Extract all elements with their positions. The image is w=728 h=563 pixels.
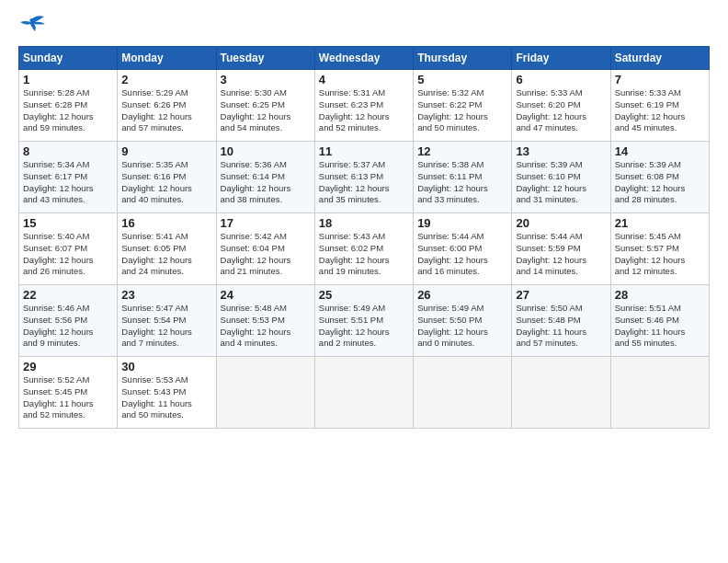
day-info: Sunrise: 5:47 AM Sunset: 5:54 PM Dayligh… — [121, 303, 211, 350]
day-info: Sunrise: 5:45 AM Sunset: 5:57 PM Dayligh… — [615, 231, 705, 278]
day-number: 2 — [121, 73, 211, 86]
day-info: Sunrise: 5:30 AM Sunset: 6:25 PM Dayligh… — [221, 87, 311, 134]
day-number: 26 — [417, 288, 507, 302]
day-info: Sunrise: 5:33 AM Sunset: 6:20 PM Dayligh… — [516, 87, 606, 134]
day-info: Sunrise: 5:39 AM Sunset: 6:08 PM Dayligh… — [615, 159, 705, 206]
day-number: 28 — [615, 288, 705, 302]
day-number: 24 — [221, 288, 311, 302]
day-info: Sunrise: 5:48 AM Sunset: 5:53 PM Dayligh… — [221, 303, 311, 350]
calendar-cell — [512, 357, 610, 429]
calendar-cell: 18Sunrise: 5:43 AM Sunset: 6:02 PM Dayli… — [314, 213, 413, 285]
calendar-cell: 29Sunrise: 5:52 AM Sunset: 5:45 PM Dayli… — [19, 357, 118, 429]
day-info: Sunrise: 5:52 AM Sunset: 5:45 PM Dayligh… — [23, 374, 113, 421]
dow-header-friday: Friday — [512, 47, 610, 70]
dow-header-monday: Monday — [118, 47, 216, 70]
calendar-cell: 27Sunrise: 5:50 AM Sunset: 5:48 PM Dayli… — [512, 285, 610, 357]
calendar-week-4: 29Sunrise: 5:52 AM Sunset: 5:45 PM Dayli… — [19, 357, 710, 429]
logo — [18, 15, 50, 37]
day-number: 4 — [319, 73, 409, 86]
calendar-cell: 11Sunrise: 5:37 AM Sunset: 6:13 PM Dayli… — [314, 142, 413, 213]
day-number: 3 — [221, 73, 311, 86]
dow-header-thursday: Thursday — [414, 47, 512, 70]
calendar-cell: 16Sunrise: 5:41 AM Sunset: 6:05 PM Dayli… — [118, 213, 216, 285]
day-number: 30 — [121, 360, 211, 373]
day-info: Sunrise: 5:31 AM Sunset: 6:23 PM Dayligh… — [319, 87, 409, 134]
calendar-cell: 22Sunrise: 5:46 AM Sunset: 5:56 PM Dayli… — [19, 285, 118, 357]
calendar-cell: 14Sunrise: 5:39 AM Sunset: 6:08 PM Dayli… — [610, 142, 709, 213]
calendar-cell: 23Sunrise: 5:47 AM Sunset: 5:54 PM Dayli… — [118, 285, 216, 357]
calendar-week-1: 8Sunrise: 5:34 AM Sunset: 6:17 PM Daylig… — [19, 142, 710, 213]
calendar-cell: 7Sunrise: 5:33 AM Sunset: 6:19 PM Daylig… — [610, 70, 709, 142]
day-number: 7 — [615, 73, 705, 86]
day-info: Sunrise: 5:50 AM Sunset: 5:48 PM Dayligh… — [516, 303, 606, 350]
dow-header-saturday: Saturday — [610, 47, 709, 70]
dow-header-wednesday: Wednesday — [314, 47, 413, 70]
calendar-cell: 26Sunrise: 5:49 AM Sunset: 5:50 PM Dayli… — [414, 285, 512, 357]
calendar-cell: 17Sunrise: 5:42 AM Sunset: 6:04 PM Dayli… — [216, 213, 314, 285]
calendar-cell: 4Sunrise: 5:31 AM Sunset: 6:23 PM Daylig… — [314, 70, 413, 142]
day-info: Sunrise: 5:44 AM Sunset: 5:59 PM Dayligh… — [516, 231, 606, 278]
calendar-cell — [314, 357, 413, 429]
day-info: Sunrise: 5:41 AM Sunset: 6:05 PM Dayligh… — [121, 231, 211, 278]
calendar-cell: 24Sunrise: 5:48 AM Sunset: 5:53 PM Dayli… — [216, 285, 314, 357]
calendar-cell: 30Sunrise: 5:53 AM Sunset: 5:43 PM Dayli… — [118, 357, 216, 429]
day-info: Sunrise: 5:40 AM Sunset: 6:07 PM Dayligh… — [23, 231, 113, 278]
dow-header-sunday: Sunday — [19, 47, 118, 70]
day-number: 1 — [23, 73, 113, 86]
day-info: Sunrise: 5:49 AM Sunset: 5:50 PM Dayligh… — [417, 303, 507, 350]
calendar-cell — [414, 357, 512, 429]
calendar-cell: 12Sunrise: 5:38 AM Sunset: 6:11 PM Dayli… — [414, 142, 512, 213]
day-number: 15 — [23, 216, 113, 230]
day-number: 25 — [319, 288, 409, 302]
day-number: 18 — [319, 216, 409, 230]
header — [18, 15, 710, 37]
day-info: Sunrise: 5:35 AM Sunset: 6:16 PM Dayligh… — [121, 159, 211, 206]
day-number: 5 — [417, 73, 507, 86]
day-number: 27 — [516, 288, 606, 302]
day-info: Sunrise: 5:42 AM Sunset: 6:04 PM Dayligh… — [221, 231, 311, 278]
day-number: 29 — [23, 360, 113, 373]
calendar-cell: 13Sunrise: 5:39 AM Sunset: 6:10 PM Dayli… — [512, 142, 610, 213]
dow-header-tuesday: Tuesday — [216, 47, 314, 70]
calendar-body: 1Sunrise: 5:28 AM Sunset: 6:28 PM Daylig… — [19, 70, 710, 429]
calendar-cell: 2Sunrise: 5:29 AM Sunset: 6:26 PM Daylig… — [118, 70, 216, 142]
day-info: Sunrise: 5:46 AM Sunset: 5:56 PM Dayligh… — [23, 303, 113, 350]
calendar-cell: 20Sunrise: 5:44 AM Sunset: 5:59 PM Dayli… — [512, 213, 610, 285]
day-number: 13 — [516, 144, 606, 158]
day-of-week-row: SundayMondayTuesdayWednesdayThursdayFrid… — [19, 47, 710, 70]
calendar-cell — [610, 357, 709, 429]
day-info: Sunrise: 5:32 AM Sunset: 6:22 PM Dayligh… — [417, 87, 507, 134]
day-number: 16 — [121, 216, 211, 230]
day-number: 20 — [516, 216, 606, 230]
day-number: 21 — [615, 216, 705, 230]
calendar-cell: 3Sunrise: 5:30 AM Sunset: 6:25 PM Daylig… — [216, 70, 314, 142]
day-info: Sunrise: 5:49 AM Sunset: 5:51 PM Dayligh… — [319, 303, 409, 350]
day-info: Sunrise: 5:38 AM Sunset: 6:11 PM Dayligh… — [417, 159, 507, 206]
calendar-week-0: 1Sunrise: 5:28 AM Sunset: 6:28 PM Daylig… — [19, 70, 710, 142]
day-info: Sunrise: 5:43 AM Sunset: 6:02 PM Dayligh… — [319, 231, 409, 278]
calendar-cell: 10Sunrise: 5:36 AM Sunset: 6:14 PM Dayli… — [216, 142, 314, 213]
calendar-cell: 25Sunrise: 5:49 AM Sunset: 5:51 PM Dayli… — [314, 285, 413, 357]
day-number: 14 — [615, 144, 705, 158]
calendar-cell: 5Sunrise: 5:32 AM Sunset: 6:22 PM Daylig… — [414, 70, 512, 142]
calendar-cell: 6Sunrise: 5:33 AM Sunset: 6:20 PM Daylig… — [512, 70, 610, 142]
day-info: Sunrise: 5:37 AM Sunset: 6:13 PM Dayligh… — [319, 159, 409, 206]
day-info: Sunrise: 5:34 AM Sunset: 6:17 PM Dayligh… — [23, 159, 113, 206]
day-number: 23 — [121, 288, 211, 302]
day-number: 22 — [23, 288, 113, 302]
day-info: Sunrise: 5:36 AM Sunset: 6:14 PM Dayligh… — [221, 159, 311, 206]
calendar-week-2: 15Sunrise: 5:40 AM Sunset: 6:07 PM Dayli… — [19, 213, 710, 285]
day-info: Sunrise: 5:39 AM Sunset: 6:10 PM Dayligh… — [516, 159, 606, 206]
day-number: 6 — [516, 73, 606, 86]
day-number: 11 — [319, 144, 409, 158]
day-info: Sunrise: 5:44 AM Sunset: 6:00 PM Dayligh… — [417, 231, 507, 278]
calendar-cell: 8Sunrise: 5:34 AM Sunset: 6:17 PM Daylig… — [19, 142, 118, 213]
calendar-cell: 1Sunrise: 5:28 AM Sunset: 6:28 PM Daylig… — [19, 70, 118, 142]
day-number: 12 — [417, 144, 507, 158]
day-number: 19 — [417, 216, 507, 230]
calendar-cell: 15Sunrise: 5:40 AM Sunset: 6:07 PM Dayli… — [19, 213, 118, 285]
calendar-cell: 9Sunrise: 5:35 AM Sunset: 6:16 PM Daylig… — [118, 142, 216, 213]
logo-bird-icon — [18, 15, 46, 37]
day-info: Sunrise: 5:29 AM Sunset: 6:26 PM Dayligh… — [121, 87, 211, 134]
calendar-week-3: 22Sunrise: 5:46 AM Sunset: 5:56 PM Dayli… — [19, 285, 710, 357]
